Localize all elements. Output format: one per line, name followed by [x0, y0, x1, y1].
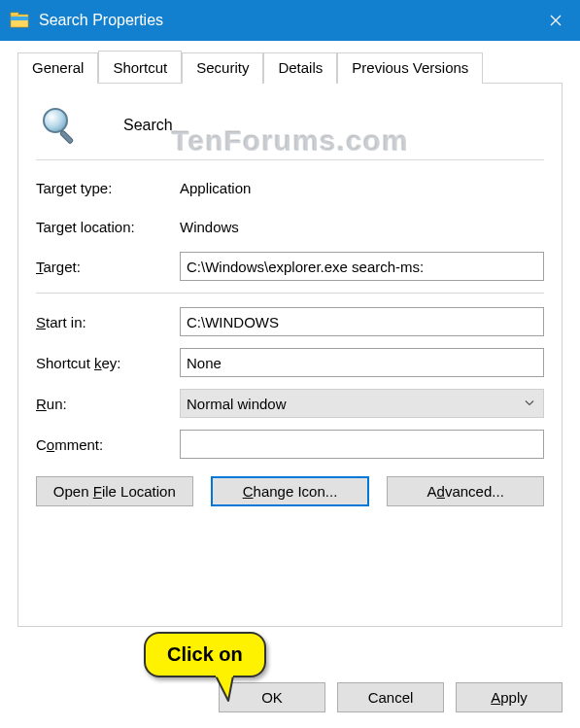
dialog-buttons: OK Cancel Apply: [219, 682, 563, 712]
callout-bubble: Click on: [144, 632, 266, 677]
shortcut-panel: Search Target type: Application Target l…: [17, 83, 563, 627]
run-select-value: Normal window: [187, 396, 287, 412]
window-title: Search Properties: [39, 12, 531, 29]
run-select[interactable]: Normal window: [180, 389, 544, 418]
target-location-label: Target location:: [36, 219, 180, 235]
tab-general[interactable]: General: [17, 52, 98, 84]
close-button[interactable]: [531, 0, 580, 41]
tab-shortcut[interactable]: Shortcut: [98, 51, 182, 83]
open-file-location-button[interactable]: Open File Location: [36, 476, 193, 506]
target-label: Target:: [36, 259, 180, 275]
shortcutkey-input[interactable]: [180, 348, 544, 377]
explorer-icon: [10, 11, 29, 30]
dialog-content: General Shortcut Security Details Previo…: [0, 41, 580, 628]
tab-details[interactable]: Details: [263, 52, 337, 84]
search-icon: [36, 101, 85, 150]
target-input[interactable]: [180, 252, 544, 281]
shortcut-name: Search: [123, 117, 173, 134]
svg-rect-1: [11, 13, 18, 16]
svg-rect-0: [11, 15, 28, 27]
divider: [36, 159, 544, 160]
divider: [36, 293, 544, 294]
run-label: Run:: [36, 396, 180, 412]
svg-rect-4: [59, 130, 73, 144]
advanced-button[interactable]: Advanced...: [387, 476, 544, 506]
comment-label: Comment:: [36, 436, 180, 453]
cancel-button[interactable]: Cancel: [337, 682, 444, 712]
title-bar: Search Properties: [0, 0, 580, 41]
target-location-value: Windows: [180, 219, 544, 235]
tab-previous-versions[interactable]: Previous Versions: [337, 52, 483, 84]
tabs: General Shortcut Security Details Previo…: [17, 52, 563, 84]
startin-input[interactable]: [180, 307, 544, 336]
startin-label: Start in:: [36, 314, 180, 330]
shortcutkey-label: Shortcut key:: [36, 355, 180, 371]
callout: Click on: [144, 632, 266, 677]
tab-security[interactable]: Security: [182, 52, 263, 84]
apply-button[interactable]: Apply: [456, 682, 563, 712]
change-icon-button[interactable]: Change Icon...: [211, 476, 370, 506]
chevron-down-icon: [524, 396, 535, 412]
callout-text: Click on: [167, 643, 243, 665]
comment-input[interactable]: [180, 430, 544, 459]
callout-tail-icon: [212, 676, 241, 706]
svg-point-3: [44, 109, 67, 132]
target-type-value: Application: [180, 180, 544, 196]
target-type-label: Target type:: [36, 180, 180, 196]
svg-rect-2: [11, 17, 28, 20]
